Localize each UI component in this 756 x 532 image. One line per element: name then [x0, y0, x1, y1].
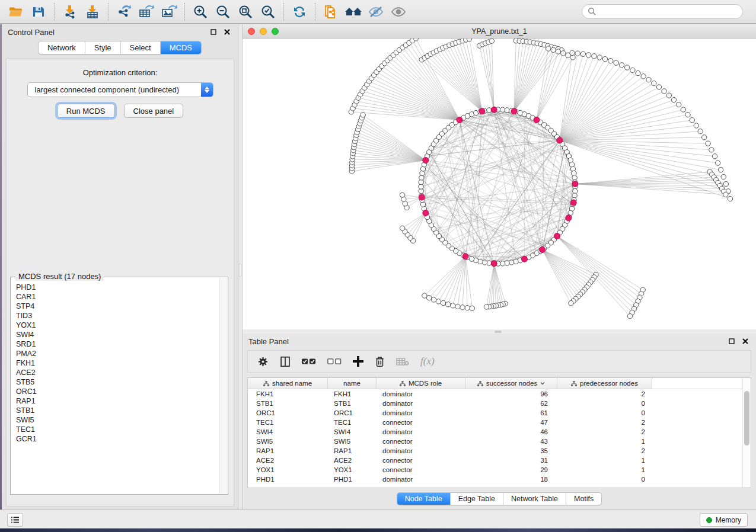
network-node[interactable] [706, 141, 710, 146]
column-layout-icon[interactable] [280, 356, 291, 367]
hide-selected-icon[interactable] [365, 2, 387, 22]
table-row[interactable]: YOX1YOX1connector291 [248, 465, 751, 475]
network-window-titlebar[interactable]: YPA_prune.txt_1 [243, 24, 756, 39]
network-canvas[interactable] [243, 39, 756, 329]
float-panel-icon[interactable] [209, 27, 218, 37]
network-node[interactable] [709, 148, 714, 152]
table-row[interactable]: SWI5SWI5connector431 [248, 437, 751, 446]
mcds-result-item[interactable]: SWI5 [11, 415, 219, 425]
network-node[interactable] [465, 306, 470, 310]
zoom-out-icon[interactable] [212, 2, 234, 22]
criterion-select[interactable]: largest connected component (undirected) [27, 82, 213, 97]
export-network-icon[interactable] [113, 2, 135, 22]
table-scrollbar[interactable] [742, 378, 751, 488]
mcds-hub-node[interactable] [540, 247, 546, 253]
network-node[interactable] [646, 77, 651, 82]
network-node[interactable] [685, 112, 690, 117]
network-node[interactable] [400, 193, 404, 197]
import-network-icon[interactable] [59, 2, 81, 22]
network-node[interactable] [451, 303, 455, 308]
tab-edge-table[interactable]: Edge Table [450, 493, 503, 505]
network-node[interactable] [681, 107, 685, 112]
network-node[interactable] [602, 57, 607, 62]
refresh-layout-icon[interactable] [288, 2, 311, 22]
network-node[interactable] [570, 50, 575, 55]
mcds-hub-node[interactable] [462, 254, 468, 259]
network-node[interactable] [656, 85, 661, 89]
table-row[interactable]: STB1STB1dominator620 [248, 399, 751, 408]
table-scrollbar-thumb[interactable] [744, 391, 749, 446]
column-header-shared-name[interactable]: shared name [248, 378, 328, 389]
horizontal-splitter[interactable] [243, 329, 756, 334]
column-header-name[interactable]: name [328, 378, 377, 389]
network-node[interactable] [441, 300, 445, 305]
tab-select[interactable]: Select [120, 41, 160, 54]
network-node[interactable] [470, 306, 474, 310]
vertical-splitter-handle[interactable] [239, 264, 241, 277]
column-header-predecessor-nodes[interactable]: predecessor nodes [557, 378, 652, 389]
table-row[interactable]: FKH1FKH1dominator962 [248, 389, 751, 399]
mcds-hub-node[interactable] [511, 108, 517, 114]
close-panel-button[interactable]: Close panel [124, 104, 184, 118]
network-node[interactable] [723, 192, 728, 197]
network-node[interactable] [716, 161, 720, 165]
mcds-hub-node[interactable] [570, 200, 576, 206]
mcds-hub-node[interactable] [522, 256, 528, 262]
network-node[interactable] [467, 39, 471, 41]
memory-button[interactable]: Memory [700, 513, 748, 527]
network-node[interactable] [592, 54, 596, 59]
close-table-panel-icon[interactable] [741, 336, 750, 346]
mcds-result-item[interactable]: ACE2 [11, 368, 219, 377]
mcds-hub-node[interactable] [572, 181, 578, 187]
mcds-result-item[interactable]: STB5 [11, 377, 219, 387]
network-node[interactable] [422, 293, 427, 298]
mcds-hub-node[interactable] [457, 117, 462, 123]
network-node[interactable] [431, 297, 436, 302]
network-node[interactable] [436, 299, 441, 304]
network-node[interactable] [569, 301, 573, 306]
add-column-icon[interactable] [353, 356, 363, 367]
horizontal-splitter-handle[interactable] [495, 331, 502, 333]
network-graph[interactable] [243, 39, 756, 329]
network-node[interactable] [728, 196, 732, 201]
mcds-hub-node[interactable] [554, 233, 560, 239]
mcds-list-scrollbar[interactable] [219, 278, 227, 493]
network-node[interactable] [413, 39, 418, 41]
network-node[interactable] [662, 89, 666, 94]
network-node[interactable] [597, 55, 602, 60]
function-builder-icon[interactable]: f(x) [420, 355, 435, 367]
mcds-result-item[interactable]: SRD1 [11, 339, 219, 349]
mcds-result-item[interactable]: ORC1 [11, 387, 219, 396]
search-box[interactable] [582, 4, 743, 19]
mcds-result-item[interactable]: FKH1 [11, 358, 219, 368]
delete-column-icon[interactable] [375, 356, 385, 367]
mcds-result-item[interactable]: SWI4 [11, 330, 219, 339]
select-stepper-icon[interactable] [201, 83, 213, 97]
table-row[interactable]: SWI4SWI4dominator462 [248, 427, 751, 437]
import-table-icon[interactable] [81, 2, 104, 22]
network-node[interactable] [361, 113, 365, 117]
network-node[interactable] [580, 52, 585, 56]
network-node[interactable] [484, 305, 489, 309]
network-node[interactable] [690, 118, 694, 123]
delete-table-icon[interactable] [396, 357, 409, 366]
network-node[interactable] [575, 51, 580, 56]
table-row[interactable]: ORC1ORC1dominator610 [248, 408, 751, 418]
network-node[interactable] [676, 102, 681, 107]
network-node[interactable] [445, 302, 450, 307]
tab-motifs[interactable]: Motifs [566, 493, 601, 505]
show-all-icon[interactable] [387, 2, 410, 22]
zoom-in-icon[interactable] [189, 2, 212, 22]
float-table-panel-icon[interactable] [727, 336, 736, 346]
mcds-hub-node[interactable] [491, 261, 497, 267]
tab-network[interactable]: Network [39, 41, 85, 54]
network-node[interactable] [614, 60, 618, 65]
mcds-result-item[interactable]: TID3 [11, 311, 219, 321]
save-session-icon[interactable] [27, 2, 50, 22]
column-header-mcds-role[interactable]: MCDS role [377, 378, 465, 389]
network-node[interactable] [641, 74, 646, 79]
network-node[interactable] [712, 154, 717, 159]
mcds-hub-node[interactable] [534, 117, 540, 123]
mcds-result-item[interactable]: STP4 [11, 302, 219, 311]
mcds-hub-node[interactable] [423, 210, 429, 216]
